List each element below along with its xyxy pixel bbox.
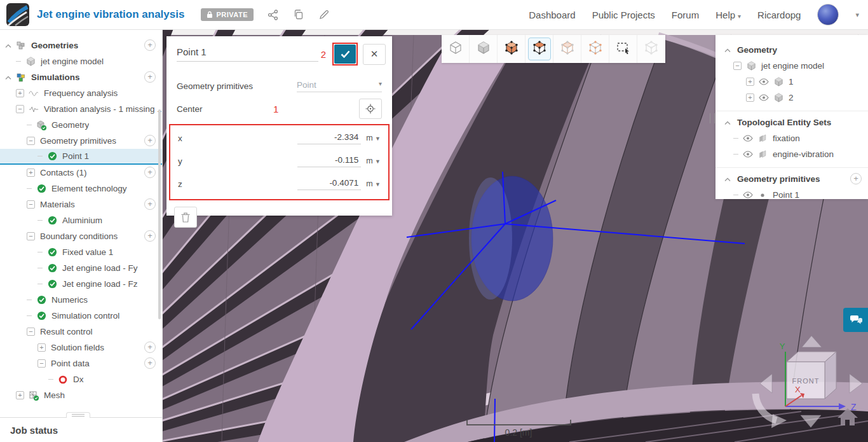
- tree-item[interactable]: Fixed value 1: [0, 244, 162, 260]
- simscale-logo[interactable]: [6, 3, 29, 26]
- pick-vertex-button[interactable]: [581, 35, 609, 63]
- scene-item[interactable]: fixation: [715, 130, 868, 146]
- collapse-toggle[interactable]: −: [27, 200, 35, 209]
- eye-icon[interactable]: [759, 93, 769, 103]
- collapse-toggle[interactable]: −: [27, 328, 35, 336]
- copy-icon[interactable]: [293, 9, 304, 20]
- navigation-cube[interactable]: FRONT: [787, 352, 836, 399]
- tree-item[interactable]: +Contacts (1)+: [0, 165, 162, 181]
- job-status-bar[interactable]: Job status: [0, 417, 163, 442]
- unit-select[interactable]: m ▼: [366, 179, 381, 188]
- chevron-up-icon[interactable]: [5, 73, 11, 82]
- edit-icon[interactable]: [318, 9, 330, 20]
- pick-volume-button[interactable]: [498, 35, 526, 63]
- tree-item[interactable]: Jet engine load - Fy: [0, 260, 162, 276]
- add-button[interactable]: +: [144, 39, 156, 51]
- tree-item[interactable]: −Materials+: [0, 197, 162, 212]
- tree-item[interactable]: +Frequency analysis: [0, 85, 162, 101]
- tree-item[interactable]: −Geometry primitives+: [0, 133, 162, 149]
- tree-item[interactable]: −Point data+: [0, 356, 162, 371]
- tree-item[interactable]: Point 1: [0, 149, 162, 165]
- add-button[interactable]: +: [144, 230, 156, 242]
- add-button[interactable]: +: [144, 135, 156, 146]
- delete-button[interactable]: [174, 207, 197, 228]
- tree-item[interactable]: Numerics: [0, 292, 162, 308]
- chevron-up-icon[interactable]: [5, 41, 11, 50]
- nav-dashboard[interactable]: Dashboard: [529, 10, 575, 20]
- pick-face-button[interactable]: [526, 35, 553, 63]
- tree-item[interactable]: +Mesh: [0, 387, 162, 403]
- tree-item[interactable]: −Result control: [0, 324, 162, 340]
- add-button[interactable]: +: [144, 342, 156, 353]
- account-chevron-down-icon[interactable]: ▾: [855, 11, 859, 19]
- eye-icon[interactable]: [743, 149, 753, 160]
- tree-section-simulations[interactable]: Simulations+: [0, 69, 162, 85]
- add-button[interactable]: +: [144, 198, 156, 210]
- nav-forum[interactable]: Forum: [672, 10, 699, 20]
- tree-item[interactable]: Dx: [0, 371, 162, 387]
- tree-item[interactable]: Aluminium: [0, 212, 162, 228]
- scene-item[interactable]: +2: [715, 90, 868, 106]
- tree-connector: [16, 61, 21, 62]
- chevron-up-icon[interactable]: [724, 173, 731, 184]
- pick-edge-button[interactable]: [553, 35, 581, 63]
- type-select[interactable]: Point ▾: [297, 80, 382, 92]
- expand-toggle[interactable]: +: [746, 93, 754, 102]
- coord-input-x[interactable]: -2.334: [297, 132, 361, 144]
- tree-item[interactable]: Geometry: [0, 117, 162, 133]
- add-button[interactable]: +: [144, 167, 156, 178]
- sidebar-scrollbar[interactable]: [158, 109, 161, 319]
- share-icon[interactable]: [268, 9, 279, 20]
- chevron-up-icon[interactable]: [724, 44, 731, 55]
- nav-help[interactable]: Help▾: [715, 10, 741, 20]
- scene-item[interactable]: Point 1: [715, 187, 868, 199]
- collapse-toggle[interactable]: −: [27, 137, 35, 145]
- add-button[interactable]: +: [850, 173, 862, 184]
- add-button[interactable]: +: [144, 357, 156, 369]
- close-button[interactable]: ✕: [363, 44, 386, 65]
- scene-item[interactable]: engine-vibration: [715, 146, 868, 162]
- tree-item[interactable]: jet engine model: [0, 53, 162, 69]
- viewport-3d[interactable]: 0.2 [m]FRONTYZX Point 1 2 ✕ Geometry pri…: [163, 30, 868, 442]
- coord-input-y[interactable]: -0.115: [297, 155, 361, 167]
- pick-point-button[interactable]: [359, 99, 382, 119]
- chevron-up-icon[interactable]: [724, 116, 731, 128]
- scene-tree-drag-handle[interactable]: [710, 113, 715, 123]
- tree-item[interactable]: Element technology: [0, 181, 162, 197]
- tree-item[interactable]: −Boundary conditions+: [0, 228, 162, 244]
- expand-toggle[interactable]: +: [27, 169, 35, 177]
- coord-input-z[interactable]: -0.4071: [297, 178, 361, 190]
- expand-toggle[interactable]: +: [16, 391, 24, 399]
- rectangle-select-button[interactable]: [609, 35, 637, 63]
- unit-select[interactable]: m ▼: [366, 156, 381, 165]
- collapse-toggle[interactable]: −: [733, 62, 742, 70]
- scene-item[interactable]: −jet engine model: [715, 58, 868, 74]
- tree-item[interactable]: Simulation control: [0, 308, 162, 324]
- add-button[interactable]: +: [144, 71, 156, 83]
- nav-public-projects[interactable]: Public Projects: [592, 10, 655, 20]
- tree-item[interactable]: +Solution fields+: [0, 340, 162, 356]
- username-label[interactable]: Ricardopg: [757, 10, 801, 20]
- expand-toggle[interactable]: +: [16, 89, 24, 97]
- tree-section-geometries[interactable]: Geometries+: [0, 38, 162, 53]
- collapse-toggle[interactable]: −: [27, 232, 35, 240]
- scene-tree-panel: Geometry−jet engine model+1+2Topological…: [715, 35, 868, 199]
- point-name-input[interactable]: Point 1: [177, 46, 318, 62]
- tree-item[interactable]: Jet engine load - Fz: [0, 276, 162, 292]
- expand-toggle[interactable]: +: [37, 343, 46, 352]
- collapse-toggle[interactable]: −: [16, 105, 24, 113]
- eye-icon[interactable]: [743, 190, 753, 200]
- scene-item[interactable]: +1: [715, 74, 868, 90]
- avatar[interactable]: [817, 4, 839, 25]
- view-wireframe-button[interactable]: [442, 35, 470, 63]
- confirm-button[interactable]: [334, 45, 356, 64]
- expand-toggle[interactable]: +: [746, 78, 754, 86]
- view-solid-button[interactable]: [470, 35, 498, 63]
- support-chat-button[interactable]: [843, 308, 868, 332]
- eye-icon[interactable]: [743, 134, 753, 144]
- eye-icon[interactable]: [759, 77, 769, 87]
- tree-item[interactable]: −Vibration analysis - 1 missing ...: [0, 101, 162, 117]
- collapse-toggle[interactable]: −: [37, 359, 46, 368]
- panel-resize-handle[interactable]: [66, 412, 90, 418]
- unit-select[interactable]: m ▼: [366, 134, 381, 142]
